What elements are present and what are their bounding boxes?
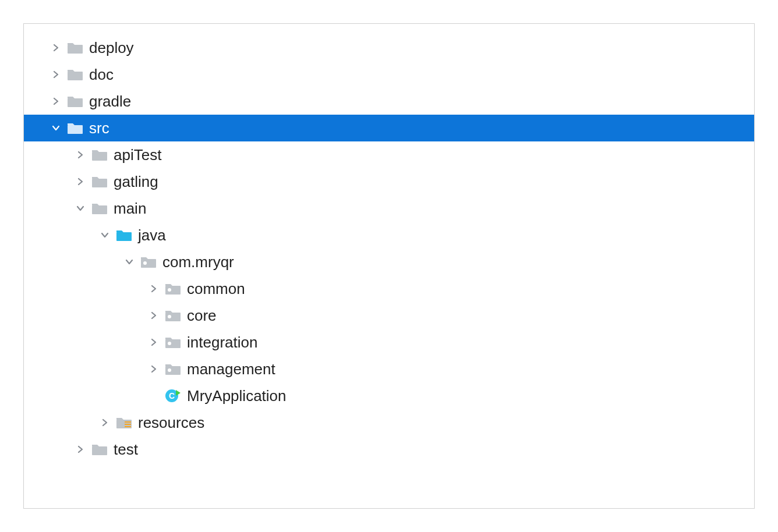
tree-item[interactable]: CMryApplication xyxy=(24,382,754,409)
svg-rect-16 xyxy=(165,366,181,375)
package-icon xyxy=(162,281,183,297)
tree-item[interactable]: common xyxy=(24,275,754,302)
svg-rect-2 xyxy=(68,98,83,107)
folder-icon xyxy=(65,120,86,136)
tree-item-label: test xyxy=(112,441,138,459)
svg-rect-0 xyxy=(68,45,83,54)
tree-item-label: doc xyxy=(88,66,114,84)
svg-rect-14 xyxy=(165,339,181,348)
tree-item-label: java xyxy=(137,226,166,244)
tree-item[interactable]: core xyxy=(24,302,754,329)
folder-icon xyxy=(89,147,110,163)
svg-point-13 xyxy=(168,315,171,318)
svg-rect-7 xyxy=(116,232,132,241)
tree-item-label: gradle xyxy=(88,93,131,111)
folder-icon xyxy=(65,40,86,56)
project-tree-panel: deploydocgradlesrcapiTestgatlingmainjava… xyxy=(23,23,755,509)
resources-folder-icon xyxy=(114,414,135,431)
chevron-right-icon[interactable] xyxy=(96,418,114,427)
tree-item[interactable]: integration xyxy=(24,329,754,356)
chevron-right-icon[interactable] xyxy=(47,97,65,106)
svg-point-11 xyxy=(168,288,171,292)
tree-item-label: common xyxy=(186,280,245,298)
folder-icon xyxy=(89,200,110,217)
tree-item[interactable]: apiTest xyxy=(24,141,754,168)
tree-item[interactable]: gradle xyxy=(24,88,754,115)
tree-item[interactable]: com.mryqr xyxy=(24,249,754,275)
package-icon xyxy=(162,307,183,324)
chevron-down-icon[interactable] xyxy=(121,257,138,267)
tree-item-label: main xyxy=(112,200,146,218)
tree-item[interactable]: doc xyxy=(24,61,754,88)
svg-text:C: C xyxy=(169,391,175,400)
svg-point-17 xyxy=(168,368,171,372)
tree-item-label: resources xyxy=(137,414,204,432)
chevron-right-icon[interactable] xyxy=(145,311,162,320)
chevron-right-icon[interactable] xyxy=(145,364,162,374)
folder-icon xyxy=(89,441,110,457)
runnable-class-icon: C xyxy=(162,388,183,404)
svg-marker-20 xyxy=(176,390,181,396)
svg-rect-8 xyxy=(141,259,156,268)
svg-rect-10 xyxy=(165,286,181,295)
svg-point-9 xyxy=(143,261,147,265)
folder-icon xyxy=(89,173,110,190)
chevron-right-icon[interactable] xyxy=(72,445,89,454)
tree-item-label: apiTest xyxy=(112,146,161,164)
package-icon xyxy=(162,334,183,350)
chevron-right-icon[interactable] xyxy=(47,43,65,52)
chevron-down-icon[interactable] xyxy=(72,204,89,213)
chevron-right-icon[interactable] xyxy=(72,150,89,159)
package-icon xyxy=(162,361,183,377)
tree-item-label: integration xyxy=(186,334,257,352)
svg-rect-12 xyxy=(165,313,181,321)
svg-point-15 xyxy=(168,342,171,345)
tree-item[interactable]: java xyxy=(24,222,754,249)
tree-item[interactable]: src xyxy=(24,115,754,141)
tree-item-label: src xyxy=(88,119,109,137)
folder-icon xyxy=(65,93,86,109)
package-icon xyxy=(138,254,159,270)
tree-item-label: com.mryqr xyxy=(161,253,234,271)
chevron-right-icon[interactable] xyxy=(47,70,65,79)
tree-item-label: core xyxy=(186,307,217,325)
chevron-right-icon[interactable] xyxy=(72,177,89,186)
source-folder-icon xyxy=(114,227,135,243)
svg-rect-3 xyxy=(68,125,83,134)
chevron-right-icon[interactable] xyxy=(145,284,162,293)
project-tree: deploydocgradlesrcapiTestgatlingmainjava… xyxy=(24,34,754,463)
tree-item[interactable]: main xyxy=(24,195,754,222)
tree-item-label: deploy xyxy=(88,39,134,57)
tree-item[interactable]: management xyxy=(24,356,754,382)
chevron-right-icon[interactable] xyxy=(145,338,162,347)
tree-item-label: MryApplication xyxy=(186,387,287,405)
svg-rect-4 xyxy=(92,152,107,161)
tree-item[interactable]: resources xyxy=(24,409,754,436)
svg-rect-6 xyxy=(92,205,107,214)
svg-rect-5 xyxy=(92,179,107,187)
svg-rect-25 xyxy=(92,446,107,455)
svg-rect-1 xyxy=(68,72,83,80)
folder-icon xyxy=(65,66,86,83)
tree-item[interactable]: gatling xyxy=(24,168,754,195)
tree-item-label: management xyxy=(186,360,275,378)
chevron-down-icon[interactable] xyxy=(47,123,65,133)
tree-item[interactable]: test xyxy=(24,436,754,463)
tree-item-label: gatling xyxy=(112,173,158,191)
tree-item[interactable]: deploy xyxy=(24,34,754,61)
chevron-down-icon[interactable] xyxy=(96,230,114,240)
